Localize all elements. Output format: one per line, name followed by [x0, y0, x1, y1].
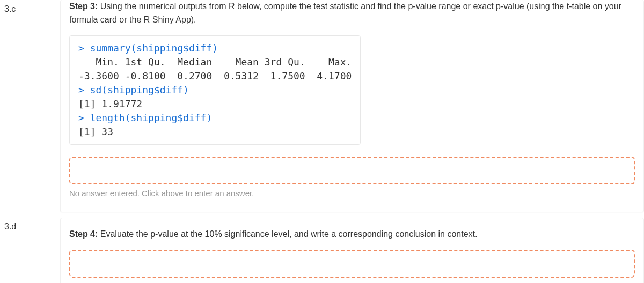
question-number-3c: 3.c: [0, 0, 60, 14]
step3-underline-2: p-value range or exact p-value: [408, 2, 524, 11]
code-line-7: [1] 33: [78, 126, 113, 137]
code-line-2: Min. 1st Qu. Median Mean 3rd Qu. Max.: [78, 56, 352, 68]
question-3d: 3.d Step 4: Evaluate the p-value at the …: [0, 218, 644, 283]
question-body-3d: Step 4: Evaluate the p-value at the 10% …: [60, 218, 644, 283]
code-line-1: > summary(shipping$diff): [78, 42, 218, 54]
question-3c: 3.c Step 3: Using the numerical outputs …: [0, 0, 644, 212]
step4-underline-2: conclusion: [395, 229, 436, 239]
step3-text-1: Using the numerical outputs from R below…: [98, 2, 264, 11]
code-line-4: > sd(shipping$diff): [78, 84, 189, 95]
step4-prompt: Step 4: Evaluate the p-value at the 10% …: [69, 228, 635, 241]
step4-text-2: at the 10% significance level, and write…: [179, 229, 396, 239]
answer-hint-3c: No answer entered. Click above to enter …: [69, 189, 635, 198]
step3-text-2: and find the: [358, 2, 408, 11]
step3-label: Step 3:: [69, 2, 98, 11]
code-line-3: -3.3600 -0.8100 0.2700 0.5312 1.7500 4.1…: [78, 70, 352, 81]
answer-input-3d[interactable]: [69, 250, 635, 278]
step3-underline-1: compute the test statistic: [264, 2, 358, 11]
code-line-6: > length(shipping$diff): [78, 112, 212, 123]
question-body-3c: Step 3: Using the numerical outputs from…: [60, 0, 644, 212]
step4-label: Step 4:: [69, 229, 98, 239]
question-number-3d: 3.d: [0, 218, 60, 232]
step3-prompt: Step 3: Using the numerical outputs from…: [69, 0, 635, 27]
step4-underline-1: Evaluate the p-value: [100, 229, 179, 239]
r-output-card: > summary(shipping$diff) Min. 1st Qu. Me…: [69, 35, 361, 145]
answer-input-3c[interactable]: [69, 157, 635, 184]
code-line-5: [1] 1.91772: [78, 98, 142, 109]
step4-text-3: in context.: [436, 229, 477, 239]
